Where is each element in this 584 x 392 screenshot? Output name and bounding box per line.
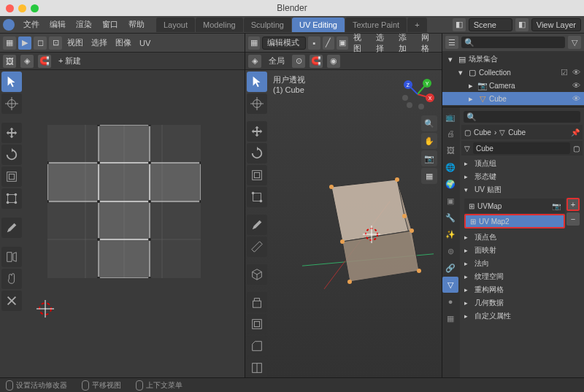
uv-tool-select[interactable] [1, 72, 22, 92]
uv-map-add-button[interactable]: + [566, 198, 580, 211]
maximize-window-button[interactable] [31, 4, 39, 12]
panel-uv-maps[interactable]: ▾UV 贴图 [461, 183, 583, 196]
scene-name-field[interactable]: Scene [469, 18, 512, 31]
panel-geometry-data[interactable]: ▸几何数据 [461, 296, 583, 310]
uv-map-remove-button[interactable]: − [566, 212, 580, 226]
uv-tool-scale[interactable] [1, 166, 22, 187]
vp-proportional-button[interactable]: ◉ [327, 55, 340, 68]
prop-tab-scene[interactable]: 🌐 [442, 159, 458, 175]
prop-tab-material[interactable]: ● [442, 293, 458, 310]
vp-tool-transform[interactable] [247, 187, 267, 207]
uv-map-row-uvmap[interactable]: ⊞ UVMap 📷 [464, 199, 565, 213]
uv-tool-pinch[interactable] [1, 291, 22, 311]
vp-tool-rotate[interactable] [247, 143, 267, 164]
prop-tab-data-mesh[interactable]: ▽ [442, 277, 458, 293]
vp-tool-select[interactable] [247, 72, 267, 92]
datablock-browse-icon[interactable]: ▢ [573, 145, 580, 153]
item-visibility-toggle[interactable]: 👁 [571, 80, 581, 91]
active-render-icon[interactable]: 📷 [552, 202, 561, 210]
uv-tool-grab[interactable] [1, 269, 22, 289]
panel-normals[interactable]: ▸法向 [461, 257, 583, 270]
workspace-tab-modeling[interactable]: Modeling [196, 18, 243, 32]
uv-cursor-tool-button[interactable]: ▶ [18, 36, 31, 50]
menu-file[interactable]: 文件 [19, 18, 44, 31]
uv-menu-view[interactable]: 视图 [64, 37, 86, 48]
panel-face-maps[interactable]: ▸面映射 [461, 244, 583, 257]
select-mode-vertex[interactable]: ▪ [308, 36, 320, 50]
uv-tool-annotate[interactable] [1, 218, 22, 238]
panel-texture-space[interactable]: ▸纹理空间 [461, 270, 583, 283]
prop-tab-particles[interactable]: ✨ [442, 226, 458, 242]
select-mode-edge[interactable]: ╱ [323, 36, 334, 50]
panel-vertex-groups[interactable]: ▸顶点组 [461, 157, 583, 170]
vp-tool-add-cube[interactable] [247, 264, 267, 285]
uv-new-image-button[interactable]: + 新建 [55, 55, 84, 66]
vp-tool-inset[interactable] [247, 314, 267, 334]
vp-tool-loopcut[interactable] [247, 358, 267, 377]
outliner-collection-row[interactable]: ▾ ▢ Collection ☑ 👁 [442, 66, 584, 79]
uv-canvas[interactable] [0, 70, 245, 377]
vp-tool-cursor[interactable] [247, 93, 267, 114]
vp-menu-add[interactable]: 添加 [396, 32, 416, 54]
outliner-type-button[interactable]: ☰ [445, 36, 458, 49]
properties-search-input[interactable]: 🔍 [464, 111, 580, 123]
outliner-filter-button[interactable]: ▽ [568, 36, 581, 49]
vp-pivot-button[interactable]: ⊙ [292, 55, 305, 68]
select-mode-face[interactable]: ▣ [337, 36, 348, 50]
prop-tab-viewlayer[interactable]: 🖼 [442, 142, 458, 158]
vp-tool-move[interactable] [247, 121, 267, 142]
vp-tool-scale[interactable] [247, 165, 267, 185]
disclosure-icon[interactable]: ▾ [456, 67, 466, 77]
prop-tab-modifiers[interactable]: 🔧 [442, 210, 458, 226]
vp-tool-annotate[interactable] [247, 215, 267, 235]
uv-menu-uv[interactable]: UV [137, 39, 153, 47]
viewport-mode-selector[interactable]: 编辑模式 [262, 36, 306, 50]
prop-tab-physics[interactable]: ⊚ [442, 243, 458, 259]
vp-tool-bevel[interactable] [247, 336, 267, 356]
vp-tool-measure[interactable] [247, 237, 267, 257]
outliner-camera-row[interactable]: ▸ 📷 Camera 👁 [442, 79, 584, 92]
uv-tool-rotate[interactable] [1, 145, 22, 165]
workspace-tab-add[interactable]: + [407, 18, 426, 32]
outliner-search-input[interactable]: 🔍 [461, 36, 565, 48]
outliner-scene-collection-row[interactable]: ▾ ▤ 场景集合 [442, 53, 584, 66]
workspace-tab-layout[interactable]: Layout [156, 18, 195, 32]
uv-map-row-uvmap2[interactable]: ⊞ UV Map2 [464, 214, 565, 228]
viewport-canvas[interactable]: 用户透视 (1) Cube [245, 70, 442, 377]
prop-tab-output[interactable]: 🖨 [442, 126, 458, 142]
viewport-editor-type-button[interactable]: ▦ [248, 36, 260, 50]
prop-tab-world[interactable]: 🌍 [442, 176, 458, 192]
viewlayer-name-field[interactable]: View Layer [531, 18, 581, 31]
workspace-tab-uvediting[interactable]: UV Editing [292, 18, 345, 32]
vp-menu-view[interactable]: 视图 [350, 32, 371, 54]
uv-tool-transform[interactable] [1, 188, 22, 209]
collection-exclude-toggle[interactable]: ☑ [559, 67, 569, 77]
panel-vertex-colors[interactable]: ▸顶点色 [461, 231, 583, 244]
scene-browse-button[interactable]: ◧ [453, 18, 466, 31]
pin-icon[interactable]: 📌 [571, 128, 580, 137]
vp-menu-select[interactable]: 选择 [373, 32, 393, 54]
panel-shape-keys[interactable]: ▸形态键 [461, 170, 583, 183]
viewport-perspective-button[interactable]: ▦ [421, 168, 437, 184]
breadcrumb-object[interactable]: Cube [474, 128, 491, 137]
uv-tool-rip[interactable] [1, 247, 22, 267]
disclosure-icon[interactable]: ▸ [466, 80, 476, 91]
viewport-zoom-button[interactable]: 🔍 [421, 115, 437, 131]
item-visibility-toggle[interactable]: 👁 [571, 93, 581, 104]
uv-image-browse-button[interactable]: 🖼 [3, 55, 16, 68]
menu-window[interactable]: 窗口 [98, 18, 123, 31]
uv-snap-button[interactable]: 🧲 [38, 55, 51, 68]
vp-menu-mesh[interactable]: 网格 [418, 32, 439, 54]
uv-select-mode-button[interactable]: ⊡ [49, 36, 62, 50]
menu-help[interactable]: 帮助 [124, 18, 149, 31]
viewlayer-browse-button[interactable]: ◧ [515, 18, 529, 31]
viewport-pan-button[interactable]: ✋ [421, 133, 437, 149]
panel-custom-properties[interactable]: ▸自定义属性 [461, 310, 583, 323]
blender-logo-icon[interactable] [3, 19, 15, 31]
prop-tab-constraints[interactable]: 🔗 [442, 260, 458, 276]
vp-tool-extrude[interactable] [247, 292, 267, 312]
vp-snap-button[interactable]: 🧲 [310, 55, 323, 68]
menu-render[interactable]: 渲染 [72, 18, 96, 31]
uv-menu-select[interactable]: 选择 [88, 37, 110, 48]
uv-tool-move[interactable] [1, 123, 22, 143]
